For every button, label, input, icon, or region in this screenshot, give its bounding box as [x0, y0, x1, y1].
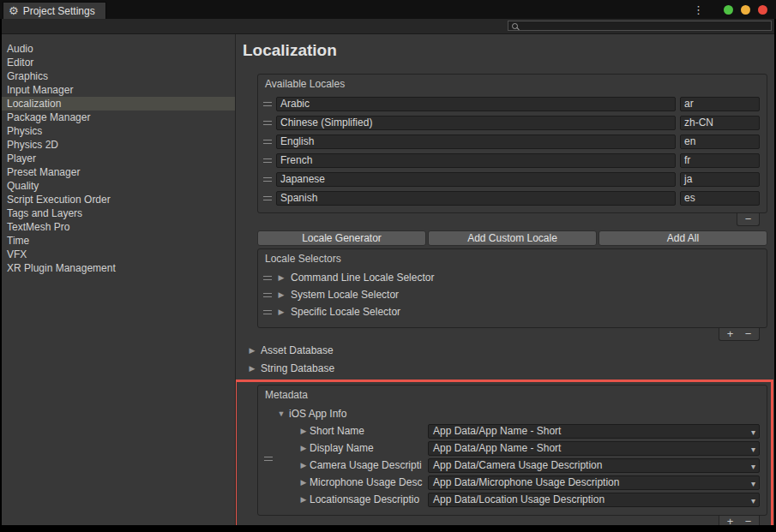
locale-selector-row[interactable]: ▶ Command Line Locale Selector — [263, 269, 760, 286]
sidebar-item-xr-plugin-management[interactable]: XR Plugin Management — [2, 261, 235, 275]
remove-selector-button[interactable]: − — [739, 329, 757, 339]
sidebar-item-physics-2d[interactable]: Physics 2D — [2, 138, 235, 152]
ios-app-info-foldout[interactable]: ▼ iOS App Info — [277, 405, 760, 422]
metadata-value-dropdown[interactable]: App Data/Microphone Usage Description ▾ — [428, 475, 760, 490]
locale-selector-label: Specific Locale Selector — [291, 306, 400, 318]
add-metadata-button[interactable]: + — [721, 517, 739, 525]
add-custom-locale-button[interactable]: Add Custom Locale — [428, 230, 597, 246]
drag-handle-icon[interactable] — [263, 310, 272, 314]
locale-row: Arabic ar — [263, 94, 760, 113]
metadata-value-dropdown[interactable]: App Data/App Name - Short ▾ — [428, 441, 760, 456]
drag-handle-icon[interactable] — [263, 276, 272, 280]
sidebar-item-input-manager[interactable]: Input Manager — [2, 83, 235, 97]
locale-code-field[interactable]: ar — [680, 97, 760, 111]
tab-project-settings[interactable]: ⚙ Project Settings — [3, 2, 106, 19]
metadata-row: ▶ Short Name App Data/App Name - Short ▾ — [277, 422, 760, 439]
foldout-collapsed-icon[interactable]: ▶ — [299, 478, 308, 487]
metadata-list-footer: + − — [243, 516, 760, 525]
asset-database-foldout[interactable]: ▶ Asset Database — [248, 342, 767, 359]
search-icon — [512, 23, 518, 29]
sidebar-item-localization[interactable]: Localization — [2, 97, 235, 111]
metadata-section: Metadata ▼ iOS App Info ▶ Short Name App… — [243, 385, 767, 525]
foldout-collapsed-icon[interactable]: ▶ — [299, 427, 308, 435]
locale-name-field[interactable]: Spanish — [276, 191, 676, 206]
metadata-row-label: Camera Usage Descripti — [310, 459, 426, 471]
sidebar-item-preset-manager[interactable]: Preset Manager — [2, 165, 235, 179]
drag-handle-icon[interactable] — [263, 293, 272, 297]
sidebar-item-time[interactable]: Time — [2, 234, 235, 248]
sidebar-item-audio[interactable]: Audio — [2, 42, 235, 56]
traffic-light-red[interactable] — [758, 5, 767, 15]
metadata-value-dropdown[interactable]: App Data/App Name - Short ▾ — [428, 424, 760, 439]
locale-code-field[interactable]: es — [680, 191, 760, 206]
add-all-button[interactable]: Add All — [599, 230, 767, 246]
locale-name-field[interactable]: Japanese — [276, 172, 676, 187]
drag-handle-icon[interactable] — [263, 102, 272, 106]
dropdown-value: App Data/App Name - Short — [433, 442, 561, 454]
locale-row: Chinese (Simplified) zh-CN — [263, 113, 760, 132]
locale-code-field[interactable]: en — [680, 134, 760, 149]
metadata-row-label: Microphone Usage Desc — [310, 476, 426, 488]
foldout-collapsed-icon[interactable]: ▶ — [277, 290, 286, 299]
drag-handle-icon[interactable] — [263, 177, 272, 182]
drag-handle-icon[interactable] — [263, 196, 272, 200]
ios-app-info-label: iOS App Info — [289, 408, 346, 420]
traffic-light-green[interactable] — [724, 5, 733, 15]
foldout-collapsed-icon[interactable]: ▶ — [299, 444, 308, 452]
selectors-footer-bar: + − — [719, 328, 760, 341]
sidebar-item-textmesh-pro[interactable]: TextMesh Pro — [2, 220, 235, 234]
sidebar-item-vfx[interactable]: VFX — [2, 248, 235, 261]
locales-list-footer: − — [243, 213, 760, 226]
sidebar-item-package-manager[interactable]: Package Manager — [2, 111, 235, 124]
locale-name-field[interactable]: English — [276, 134, 676, 149]
drag-handle-icon[interactable] — [263, 158, 272, 163]
sidebar-item-quality[interactable]: Quality — [2, 179, 235, 193]
sidebar-item-player[interactable]: Player — [2, 152, 235, 165]
window-title: Project Settings — [23, 5, 95, 17]
gear-icon: ⚙ — [9, 5, 19, 16]
locale-selectors-header: Locale Selectors — [258, 249, 767, 267]
available-locales-box: Available Locales Arabic ar Chinese (Sim… — [257, 74, 767, 213]
remove-metadata-button[interactable]: − — [739, 517, 757, 525]
locale-name-field[interactable]: French — [276, 153, 676, 168]
sidebar-item-physics[interactable]: Physics — [2, 124, 235, 138]
available-locales-list: Arabic ar Chinese (Simplified) zh-CN Eng… — [258, 93, 767, 212]
search-input[interactable] — [521, 21, 767, 31]
drag-handle-icon[interactable] — [263, 140, 272, 144]
locale-code-field[interactable]: zh-CN — [680, 116, 760, 130]
locale-name-field[interactable]: Arabic — [276, 97, 676, 111]
sidebar-item-script-execution-order[interactable]: Script Execution Order — [2, 193, 235, 206]
sidebar-item-tags-and-layers[interactable]: Tags and Layers — [2, 206, 235, 220]
metadata-header: Metadata — [258, 386, 767, 403]
foldout-collapsed-icon[interactable]: ▶ — [299, 495, 308, 504]
sidebar-item-graphics[interactable]: Graphics — [2, 69, 235, 83]
locale-name-field[interactable]: Chinese (Simplified) — [276, 116, 676, 130]
page-title: Localization — [243, 41, 767, 60]
foldout-collapsed-icon[interactable]: ▶ — [299, 461, 308, 469]
traffic-light-yellow[interactable] — [741, 5, 750, 15]
asset-database-label: Asset Database — [261, 344, 334, 356]
dropdown-value: App Data/Camera Usage Description — [433, 459, 602, 471]
metadata-footer-bar: + − — [719, 516, 760, 525]
sidebar-item-editor[interactable]: Editor — [2, 56, 235, 69]
foldout-collapsed-icon[interactable]: ▶ — [277, 308, 286, 316]
foldout-collapsed-icon[interactable]: ▶ — [277, 273, 286, 282]
metadata-value-dropdown[interactable]: App Data/Camera Usage Description ▾ — [428, 458, 760, 473]
search-field[interactable] — [508, 21, 772, 31]
drag-handle-icon[interactable] — [264, 457, 273, 461]
locale-code-field[interactable]: fr — [680, 153, 760, 168]
locale-selector-row[interactable]: ▶ Specific Locale Selector — [263, 303, 760, 320]
metadata-value-dropdown[interactable]: App Data/Location Usage Description ▾ — [428, 493, 760, 507]
string-database-foldout[interactable]: ▶ String Database — [248, 360, 767, 377]
search-toolbar — [2, 19, 774, 34]
locale-selector-row[interactable]: ▶ System Locale Selector — [263, 286, 760, 303]
locale-selector-label: Command Line Locale Selector — [291, 272, 434, 284]
menu-icon[interactable]: ⋮ — [693, 4, 704, 15]
locale-code-field[interactable]: ja — [680, 172, 760, 187]
add-selector-button[interactable]: + — [721, 329, 739, 339]
drag-handle-icon[interactable] — [263, 121, 272, 125]
locale-row: English en — [263, 132, 760, 151]
locale-generator-button[interactable]: Locale Generator — [257, 230, 426, 246]
remove-locale-button[interactable]: − — [739, 214, 757, 224]
metadata-row: ▶ Camera Usage Descripti App Data/Camera… — [277, 457, 760, 474]
